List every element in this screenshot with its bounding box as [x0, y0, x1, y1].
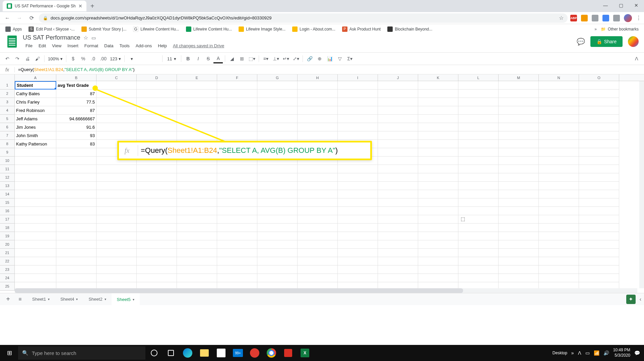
cell[interactable]	[137, 265, 177, 274]
cell[interactable]	[458, 115, 499, 123]
cell[interactable]	[338, 207, 378, 215]
add-sheet-button[interactable]: +	[3, 295, 13, 303]
cell[interactable]	[177, 232, 217, 240]
bold-button[interactable]: B	[183, 54, 193, 63]
mail-taskbar-icon[interactable]: 99+	[230, 345, 246, 361]
cell[interactable]	[338, 224, 378, 232]
row-header[interactable]: 2	[0, 89, 15, 98]
cell[interactable]	[177, 224, 217, 232]
cell[interactable]	[539, 148, 579, 157]
cell[interactable]	[217, 115, 257, 123]
cell[interactable]	[15, 173, 56, 182]
menu-view[interactable]: View	[49, 43, 64, 49]
decimal-decrease-button[interactable]: .0	[88, 54, 98, 63]
profile-avatar-icon[interactable]	[624, 14, 632, 22]
cell[interactable]	[15, 165, 56, 173]
cell[interactable]	[257, 198, 298, 207]
cell[interactable]	[257, 240, 298, 249]
cell[interactable]	[378, 224, 418, 232]
cell[interactable]	[418, 131, 458, 140]
cell[interactable]	[378, 207, 418, 215]
menu-data[interactable]: Data	[102, 43, 116, 49]
cell[interactable]	[579, 240, 619, 249]
column-header[interactable]: B	[56, 74, 96, 81]
cell[interactable]	[298, 190, 338, 198]
cell[interactable]	[298, 224, 338, 232]
cell[interactable]	[257, 190, 298, 198]
cell[interactable]	[539, 215, 579, 224]
cell[interactable]	[378, 81, 418, 89]
cell[interactable]	[96, 106, 137, 115]
cell[interactable]	[338, 198, 378, 207]
bookmark-overflow[interactable]: »	[594, 27, 597, 32]
cell[interactable]	[177, 249, 217, 257]
cell[interactable]	[257, 207, 298, 215]
column-header[interactable]: F	[217, 74, 257, 81]
cell[interactable]	[458, 81, 499, 89]
vivaldi-taskbar-icon[interactable]	[247, 345, 263, 361]
cell[interactable]	[137, 165, 177, 173]
cell[interactable]	[177, 115, 217, 123]
cell[interactable]	[499, 249, 539, 257]
sheet-tab[interactable]: Sheet1▾	[27, 293, 55, 305]
cell[interactable]	[96, 249, 137, 257]
print-button[interactable]: 🖨	[23, 54, 32, 63]
cell[interactable]	[177, 165, 217, 173]
cell[interactable]	[499, 148, 539, 157]
cell[interactable]	[378, 140, 418, 148]
cell[interactable]	[458, 198, 499, 207]
cell[interactable]	[539, 265, 579, 274]
cell[interactable]	[96, 190, 137, 198]
cell[interactable]	[217, 182, 257, 190]
cell[interactable]	[15, 157, 56, 165]
cell[interactable]	[96, 165, 137, 173]
cell[interactable]	[499, 115, 539, 123]
extension-icon[interactable]	[613, 15, 620, 21]
cell[interactable]	[56, 207, 96, 215]
cell[interactable]	[15, 182, 56, 190]
cell[interactable]	[217, 165, 257, 173]
italic-button[interactable]: I	[193, 54, 203, 63]
cell[interactable]	[177, 265, 217, 274]
cell[interactable]	[177, 173, 217, 182]
cell[interactable]	[579, 106, 619, 115]
row-header[interactable]: 14	[0, 190, 15, 198]
cell[interactable]	[96, 265, 137, 274]
extension-icon[interactable]	[602, 15, 609, 21]
move-icon[interactable]: ▭	[91, 35, 96, 41]
cell[interactable]	[499, 173, 539, 182]
cell[interactable]	[539, 232, 579, 240]
side-panel-toggle[interactable]: ‹	[640, 296, 641, 302]
bookmark-item[interactable]: Login - About.com...	[289, 26, 338, 32]
bookmark-item[interactable]: Lifewire Image Style...	[236, 26, 288, 32]
cell[interactable]	[499, 207, 539, 215]
cell[interactable]	[177, 257, 217, 265]
currency-button[interactable]: $	[68, 54, 78, 63]
redo-button[interactable]: ↷	[13, 54, 22, 63]
cell[interactable]	[96, 198, 137, 207]
cell[interactable]	[56, 232, 96, 240]
cell[interactable]	[539, 257, 579, 265]
select-all-corner[interactable]	[0, 74, 15, 81]
cell[interactable]: 83	[56, 140, 96, 148]
cell[interactable]	[499, 98, 539, 106]
cell[interactable]	[539, 89, 579, 98]
cell[interactable]	[298, 240, 338, 249]
sheet-tab[interactable]: Sheet4▾	[55, 293, 83, 305]
cell[interactable]	[257, 215, 298, 224]
cell[interactable]	[15, 148, 56, 157]
cell[interactable]	[137, 215, 177, 224]
v-align-button[interactable]: ⊥▾	[271, 54, 280, 63]
cell[interactable]	[418, 240, 458, 249]
cell[interactable]	[579, 157, 619, 165]
cell[interactable]	[257, 131, 298, 140]
cell[interactable]	[137, 240, 177, 249]
cell[interactable]: 87	[56, 89, 96, 98]
cell[interactable]: 87	[56, 106, 96, 115]
cell[interactable]	[579, 274, 619, 282]
cell[interactable]	[378, 182, 418, 190]
cell[interactable]	[298, 89, 338, 98]
cell[interactable]	[378, 265, 418, 274]
cell[interactable]	[579, 249, 619, 257]
cell[interactable]: Cathy Bates	[15, 89, 56, 98]
